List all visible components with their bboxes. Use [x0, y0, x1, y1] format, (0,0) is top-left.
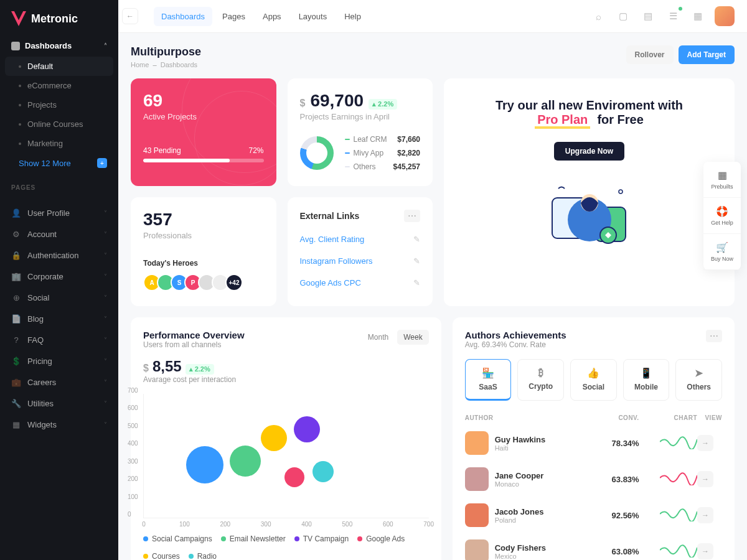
topnav-apps[interactable]: Apps — [255, 7, 289, 26]
legend-item[interactable]: Email Newsletter — [221, 534, 286, 543]
notifications-icon[interactable]: ☰ — [665, 8, 681, 24]
sidebar-item-default[interactable]: Default — [5, 57, 113, 76]
nav-faq[interactable]: ?FAQ˅ — [0, 329, 118, 350]
topnav-pages[interactable]: Pages — [215, 7, 253, 26]
performance-card: Performance Overview Users from all chan… — [131, 317, 441, 560]
grid-icon — [11, 42, 20, 50]
nav-corporate[interactable]: 🏢Corporate˅ — [0, 266, 118, 287]
sidebar-item-online-courses[interactable]: Online Courses — [0, 114, 118, 134]
legend-item[interactable]: TV Campaign — [294, 534, 349, 543]
tab-week[interactable]: Week — [397, 330, 428, 345]
svg-point-5 — [619, 190, 622, 194]
legend-item[interactable]: Radio — [189, 552, 217, 560]
author-row: Guy HawkinsHaiti78.34%→ — [465, 425, 722, 461]
bubble-chart: 0100200300400500600700010020030040050060… — [143, 394, 429, 518]
nav-account[interactable]: ⚙Account˅ — [0, 223, 118, 245]
auth-tab-social[interactable]: 👍Social — [570, 359, 617, 401]
professionals-card: 357 Professionals Today's Heroes ASP+42 — [131, 197, 276, 306]
promo-illustration — [456, 173, 722, 260]
auth-tab-saas[interactable]: 🏪SaaS — [465, 359, 512, 401]
author-avatar[interactable] — [465, 467, 489, 491]
topbar: ← DashboardsPagesAppsLayoutsHelp ⌕ ▢ ▤ ☰… — [118, 0, 747, 33]
promo-card: Try our all new Enviroment with Pro Plan… — [444, 78, 735, 306]
nav-widgets[interactable]: ▦Widgets˅ — [0, 414, 118, 435]
author-row: Jane CooperMonaco63.83%→ — [465, 461, 722, 497]
nav-pricing[interactable]: 💲Pricing˅ — [0, 350, 118, 371]
topnav-dashboards[interactable]: Dashboards — [154, 7, 212, 26]
tab-month[interactable]: Month — [362, 330, 395, 345]
sidebar-collapse-button[interactable]: ← — [122, 8, 138, 24]
edit-icon: ✎ — [413, 278, 420, 287]
author-avatar[interactable] — [465, 539, 489, 560]
sidebar-item-projects[interactable]: Projects — [0, 95, 118, 114]
nav-careers[interactable]: 💼Careers˅ — [0, 371, 118, 393]
delta-badge: ▴ 2.2% — [369, 99, 397, 110]
external-link[interactable]: Google Ads CPC✎ — [300, 272, 421, 294]
chevron-up-icon: ˄ — [104, 42, 107, 49]
topnav-layouts[interactable]: Layouts — [291, 7, 335, 26]
author-avatar[interactable] — [465, 431, 489, 455]
main: ← DashboardsPagesAppsLayoutsHelp ⌕ ▢ ▤ ☰… — [118, 0, 747, 560]
plus-icon: + — [97, 158, 107, 168]
topnav-help[interactable]: Help — [337, 7, 369, 26]
sidebar-item-marketing[interactable]: Marketing — [0, 134, 118, 153]
more-options-icon[interactable]: ⋯ — [404, 210, 420, 222]
rollover-button[interactable]: Rollover — [626, 45, 674, 64]
external-link[interactable]: Instagram Followers✎ — [300, 250, 421, 272]
auth-tab-mobile[interactable]: 📱Mobile — [623, 359, 670, 401]
authors-card: Authors Achievements Avg. 69.34% Conv. R… — [453, 317, 735, 560]
edit-icon: ✎ — [413, 256, 420, 266]
brand-name: Metronic — [31, 12, 78, 26]
earnings-card: $ 69,700 ▴ 2.2% Projects Earnings in Apr… — [288, 78, 433, 186]
brand-logo[interactable]: Metronic — [0, 11, 118, 35]
view-button[interactable]: → — [697, 471, 713, 487]
external-links-card: External Links ⋯ Avg. Client Rating✎Inst… — [288, 197, 433, 306]
legend-item[interactable]: Courses — [143, 552, 180, 560]
page-title: Multipurpose — [131, 45, 201, 58]
dollar-icon: $ — [300, 98, 306, 109]
projects-value: 69 — [143, 91, 264, 111]
view-button[interactable]: → — [697, 507, 713, 523]
author-row: Jacob JonesPoland92.56%→ — [465, 497, 722, 533]
activity-icon[interactable]: ▢ — [615, 8, 631, 24]
sidebar-section-dashboards[interactable]: Dashboards ˄ — [0, 35, 118, 57]
author-row: Cody FishersMexico63.08%→ — [465, 533, 722, 560]
legend-item[interactable]: Social Campaigns — [143, 534, 212, 543]
float-prebuilts[interactable]: ▦Prebuilts — [703, 162, 741, 198]
float-get-help[interactable]: 🛟Get Help — [703, 198, 741, 234]
nav-authentication[interactable]: 🔒Authentication˅ — [0, 245, 118, 266]
breadcrumb: Home – Dashboards — [131, 61, 201, 68]
float-buy-now[interactable]: 🛒Buy Now — [703, 234, 741, 270]
nav-blog[interactable]: 📄Blog˅ — [0, 308, 118, 329]
sidebar-item-ecommerce[interactable]: eCommerce — [0, 76, 118, 95]
progress-bar — [143, 159, 264, 162]
pages-heading: PAGES — [0, 173, 118, 202]
donut-chart — [300, 136, 334, 170]
nav-utilities[interactable]: 🔧Utilities˅ — [0, 393, 118, 414]
nav-social[interactable]: ⊕Social˅ — [0, 287, 118, 308]
hero-avatar[interactable]: +42 — [225, 274, 243, 291]
external-link[interactable]: Avg. Client Rating✎ — [300, 228, 421, 250]
active-projects-card: 69 Active Projects 43 Pending 72% — [131, 78, 276, 186]
search-icon[interactable]: ⌕ — [590, 8, 606, 24]
float-panel: ▦Prebuilts🛟Get Help🛒Buy Now — [703, 162, 741, 270]
author-avatar[interactable] — [465, 503, 489, 527]
add-target-button[interactable]: Add Target — [679, 45, 735, 64]
chat-icon[interactable]: ▤ — [640, 8, 656, 24]
sidebar: Metronic Dashboards ˄ DefaulteCommercePr… — [0, 0, 118, 560]
nav-user-profile[interactable]: 👤User Profile˅ — [0, 202, 118, 223]
user-avatar[interactable] — [715, 6, 735, 26]
auth-tab-crypto[interactable]: ₿Crypto — [517, 359, 564, 401]
logo-icon — [11, 11, 26, 26]
more-options-icon[interactable]: ⋯ — [706, 330, 722, 342]
page-header: Multipurpose Home – Dashboards Rollover … — [131, 45, 735, 68]
view-button[interactable]: → — [697, 435, 713, 451]
auth-tab-others[interactable]: ➤Others — [675, 359, 722, 401]
show-more-button[interactable]: Show 12 More + — [0, 153, 118, 173]
apps-icon[interactable]: ▦ — [690, 8, 706, 24]
view-button[interactable]: → — [697, 543, 713, 559]
upgrade-button[interactable]: Upgrade Now — [554, 142, 624, 161]
legend-item[interactable]: Google Ads — [357, 534, 405, 543]
edit-icon: ✎ — [413, 235, 420, 244]
